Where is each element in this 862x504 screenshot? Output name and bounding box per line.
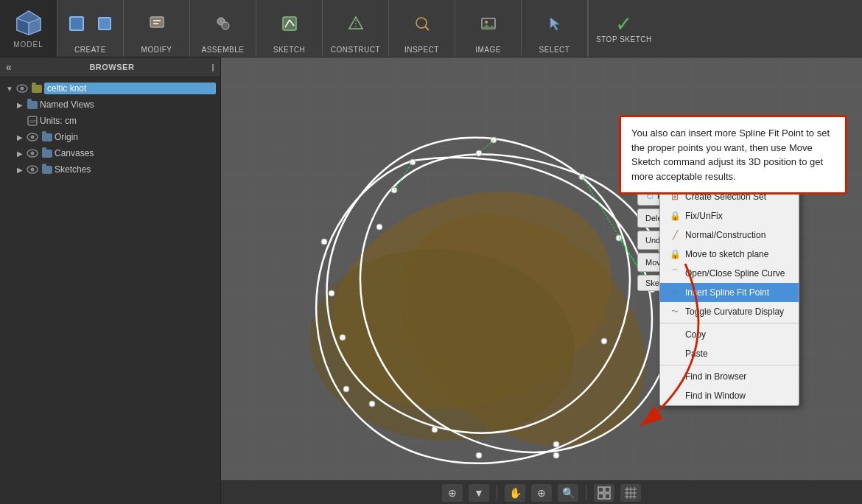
- stop-sketch-label: STOP SKETCH: [596, 35, 652, 43]
- ctx-insert-spline-fit-point[interactable]: ⊕ Insert Spline Fit Point: [660, 283, 799, 302]
- inspect-label: INSPECT: [404, 46, 439, 54]
- folder-icon: [31, 83, 43, 94]
- status-zoom-btn[interactable]: ⊕: [531, 484, 552, 502]
- svg-rect-4: [150, 17, 164, 27]
- ctx-find-in-browser[interactable]: Find in Browser: [660, 367, 799, 386]
- create-section: CREATE: [57, 0, 124, 57]
- select-btn[interactable]: [542, 7, 568, 40]
- ctx-label-paste: Paste: [685, 349, 708, 359]
- ctx-copy[interactable]: Copy: [660, 325, 799, 344]
- inspect-section: INSPECT: [389, 0, 455, 57]
- normal-icon: ╱: [669, 229, 681, 241]
- sidebar-collapse-btn[interactable]: «: [6, 61, 12, 73]
- status-dropdown-btn[interactable]: ▼: [469, 484, 489, 502]
- image-btn[interactable]: [475, 7, 502, 40]
- svg-rect-56: [605, 487, 610, 492]
- eye-icon-sketches: [27, 164, 38, 175]
- folder-icon-origin: [41, 131, 53, 143]
- find-browser-icon: [669, 371, 681, 382]
- units-icon: cm: [27, 115, 38, 127]
- tree-toggle-origin[interactable]: ▶: [15, 132, 25, 142]
- copy-icon: [669, 329, 681, 340]
- tree-item-label-celtic-knot: celtic knot: [44, 83, 216, 94]
- create-pull-btn[interactable]: [91, 7, 118, 40]
- construct-section: CONSTRUCT: [323, 0, 389, 57]
- ctx-open-close-spline[interactable]: ⌒ Open/Close Spline Curve: [660, 264, 799, 283]
- inspect-btn[interactable]: [409, 7, 435, 40]
- tree-item-label-units: Units: cm: [40, 116, 216, 126]
- image-label: IMAGE: [475, 46, 501, 54]
- ctx-fix-unfix[interactable]: 🔒 Fix/UnFix: [660, 206, 799, 225]
- ctx-separator-2: [660, 365, 799, 365]
- tree-item-label-named-views: Named Views: [40, 99, 216, 110]
- folder-icon-canvases: [41, 147, 53, 159]
- model-section: MODEL: [0, 0, 57, 57]
- main-area: « BROWSER | ▼ celtic knot ▶: [0, 57, 862, 504]
- status-pan-btn[interactable]: ✋: [505, 484, 525, 502]
- modify-section: MODIFY: [124, 0, 190, 57]
- assemble-label: ASSEMBLE: [202, 46, 245, 54]
- svg-line-15: [425, 27, 429, 30]
- svg-point-46: [553, 441, 559, 447]
- paste-icon: [669, 348, 681, 360]
- model-label: MODEL: [13, 41, 43, 49]
- status-view-btn[interactable]: [594, 484, 614, 502]
- ctx-label-insert-spline-fit-point: Insert Spline Fit Point: [685, 287, 769, 298]
- svg-point-25: [31, 152, 35, 155]
- ctx-find-in-window[interactable]: Find in Window: [660, 386, 799, 405]
- status-orbit-btn[interactable]: ⊕: [442, 484, 463, 502]
- construct-label: CONSTRUCT: [331, 46, 380, 54]
- status-sep-2: [586, 486, 586, 500]
- construct-btn[interactable]: [343, 7, 369, 40]
- stop-sketch-btn[interactable]: ✓ STOP SKETCH: [588, 0, 659, 57]
- tree-toggle-canvases[interactable]: ▶: [15, 148, 25, 158]
- ctx-toggle-curvature[interactable]: 〜 Toggle Curvature Display: [660, 302, 799, 321]
- sidebar: « BROWSER | ▼ celtic knot ▶: [0, 57, 221, 504]
- ctx-paste[interactable]: Paste: [660, 344, 799, 363]
- ctx-label-toggle-curvature: Toggle Curvature Display: [685, 307, 784, 317]
- sketch-btn[interactable]: [276, 7, 303, 40]
- svg-point-34: [476, 452, 482, 458]
- insert-icon: ⊕: [669, 287, 681, 298]
- eye-icon-origin: [27, 131, 38, 143]
- svg-point-42: [321, 239, 327, 245]
- svg-text:cm: cm: [29, 118, 38, 125]
- tree-toggle-named-views[interactable]: ▶: [15, 99, 25, 110]
- svg-point-49: [376, 224, 382, 230]
- svg-rect-55: [598, 487, 603, 492]
- svg-point-35: [369, 401, 375, 407]
- svg-point-36: [329, 290, 334, 296]
- statusbar: ⊕ ▼ ✋ ⊕ 🔍: [221, 480, 862, 504]
- ctx-normal-construction[interactable]: ╱ Normal/Construction: [660, 225, 799, 245]
- svg-point-8: [222, 22, 229, 29]
- ctx-label-move-to-sketch-plane: Move to sketch plane: [685, 249, 768, 259]
- svg-point-47: [432, 427, 438, 433]
- assemble-btn[interactable]: [210, 7, 236, 40]
- stop-checkmark-icon: ✓: [612, 12, 636, 35]
- tree-toggle-sketches[interactable]: ▶: [15, 164, 25, 175]
- canvas-area[interactable]: ↻ Repeat Insert Spline Fit Point Delete …: [221, 57, 862, 504]
- create-box-btn[interactable]: [63, 7, 90, 40]
- ctx-move-to-sketch-plane[interactable]: 🔒 Move to sketch plane: [660, 245, 799, 264]
- svg-line-51: [394, 162, 413, 190]
- tree-item-label-origin: Origin: [55, 132, 216, 142]
- sidebar-header: « BROWSER |: [0, 57, 220, 77]
- tree-item-canvases[interactable]: ▶ Canvases: [0, 145, 220, 161]
- tree-item-sketches[interactable]: ▶ Sketches: [0, 161, 220, 178]
- modify-btn[interactable]: [144, 7, 170, 40]
- tree-toggle-celtic-knot[interactable]: ▼: [4, 83, 15, 94]
- svg-point-48: [340, 335, 346, 340]
- status-grid-btn[interactable]: [620, 484, 641, 502]
- tree-item-origin[interactable]: ▶ Origin: [0, 129, 220, 145]
- ctx-separator-1: [660, 323, 799, 323]
- svg-rect-57: [598, 494, 603, 499]
- svg-point-23: [31, 136, 35, 139]
- status-fit-btn[interactable]: 🔍: [558, 484, 578, 502]
- tree-item-named-views[interactable]: ▶ Named Views: [0, 97, 220, 113]
- find-window-icon: [669, 390, 681, 402]
- spline-icon: ⌒: [669, 267, 681, 279]
- tree-item-celtic-knot[interactable]: ▼ celtic knot: [0, 80, 220, 97]
- tree-item-units[interactable]: ▶ cm Units: cm: [0, 113, 220, 129]
- svg-rect-9: [283, 17, 296, 30]
- svg-point-17: [485, 21, 488, 24]
